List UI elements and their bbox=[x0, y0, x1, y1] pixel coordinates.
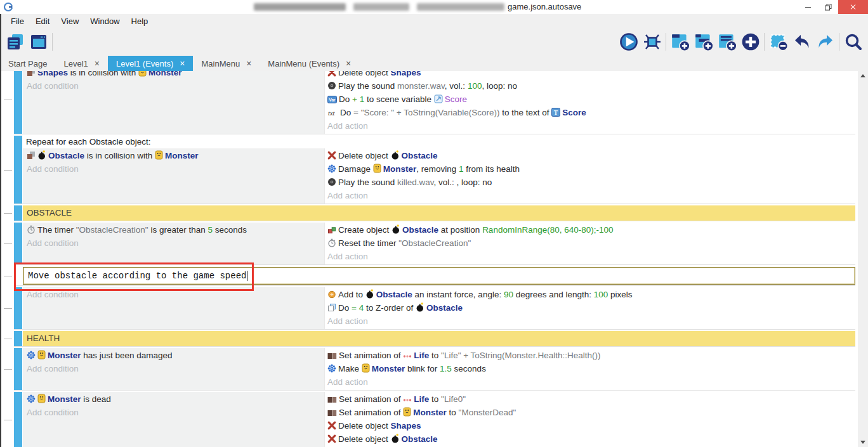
text-segment: to Z-order of bbox=[364, 303, 416, 313]
event-selection-bar[interactable] bbox=[14, 287, 22, 329]
tab-label: Level1 (Events) bbox=[116, 59, 173, 68]
action-line[interactable]: Set animation of Monster to "MonsterDead… bbox=[325, 406, 855, 419]
action-line[interactable]: Delete object Obstacle bbox=[325, 149, 855, 162]
group-title[interactable]: OBSTACLE bbox=[23, 205, 855, 221]
scroll-down-icon[interactable] bbox=[860, 441, 865, 444]
events-sheet: Shapes is in collision with MonsterAdd c… bbox=[0, 71, 868, 447]
condition-line[interactable]: The timer "ObstacleCreation" is greater … bbox=[23, 223, 324, 236]
tab-start-page[interactable]: Start Page bbox=[0, 56, 55, 71]
add-condition-button[interactable]: Add condition bbox=[23, 236, 324, 250]
window-left-border bbox=[0, 14, 1, 447]
tab-level1[interactable]: Level1× bbox=[55, 56, 108, 71]
event-selection-bar[interactable] bbox=[14, 136, 22, 204]
text-segment: , vol.: , loop: bbox=[434, 178, 483, 187]
event-selection-bar[interactable] bbox=[14, 392, 22, 447]
monster-icon bbox=[138, 71, 147, 77]
add-other-event-icon[interactable] bbox=[739, 30, 762, 53]
damage-icon bbox=[27, 394, 36, 403]
redo-icon[interactable] bbox=[813, 30, 837, 53]
repeat-header[interactable]: Repeat for each Obstacle object: bbox=[23, 136, 855, 148]
tab-mainmenu[interactable]: MainMenu× bbox=[193, 56, 260, 71]
scene-window-icon[interactable] bbox=[27, 30, 50, 53]
add-subevent-icon[interactable] bbox=[692, 30, 715, 53]
toolbar-separator bbox=[666, 33, 666, 51]
add-action-button[interactable]: Add action bbox=[325, 375, 855, 389]
add-condition-button[interactable]: Add condition bbox=[23, 288, 324, 301]
action-line[interactable]: Create object Obstacle at position Rando… bbox=[325, 223, 855, 236]
action-line[interactable]: Delete object Obstacle bbox=[325, 432, 855, 446]
text-segment: is in collision with bbox=[68, 71, 138, 77]
event-selection-bar[interactable] bbox=[14, 348, 22, 390]
comment-edit-input[interactable]: Move obstacle according to the game spee… bbox=[23, 267, 855, 285]
action-line[interactable]: Set animation of Life to "Life" + ToStri… bbox=[325, 349, 855, 362]
add-event-icon[interactable] bbox=[668, 30, 692, 53]
vertical-scrollbar[interactable] bbox=[858, 71, 868, 447]
add-condition-button[interactable]: Add condition bbox=[23, 406, 324, 419]
text-segment: Delete object bbox=[338, 434, 391, 444]
tab-mainmenu-events[interactable]: MainMenu (Events)× bbox=[260, 56, 359, 71]
restore-icon[interactable] bbox=[818, 0, 838, 14]
menu-window[interactable]: Window bbox=[84, 16, 125, 26]
action-line[interactable]: Add to Obstacle an instant force, angle:… bbox=[325, 288, 855, 301]
action-line[interactable]: Play the sound killed.wav, vol.: , loop:… bbox=[325, 176, 855, 189]
close-icon[interactable]: × bbox=[180, 58, 185, 68]
event-selection-bar[interactable] bbox=[14, 205, 22, 221]
text-segment: Add condition bbox=[27, 81, 79, 91]
conditions-cell: The timer "ObstacleCreation" is greater … bbox=[23, 223, 325, 264]
undo-icon[interactable] bbox=[790, 30, 813, 53]
action-line[interactable]: Reset the timer "ObstacleCreation" bbox=[325, 236, 855, 250]
add-action-button[interactable]: Add action bbox=[325, 314, 855, 328]
add-condition-button[interactable]: Add condition bbox=[23, 362, 324, 375]
gutter-tick bbox=[4, 213, 12, 214]
text-segment: Monster bbox=[383, 164, 417, 174]
search-icon[interactable] bbox=[841, 30, 865, 53]
menu-edit[interactable]: Edit bbox=[30, 16, 55, 26]
action-line[interactable]: Delete object Shapes bbox=[325, 71, 855, 79]
close-icon[interactable]: × bbox=[95, 58, 100, 68]
add-condition-button[interactable]: Add condition bbox=[23, 79, 324, 93]
text-segment: Monster bbox=[413, 408, 447, 417]
delete-event-icon[interactable] bbox=[766, 30, 790, 53]
action-line[interactable]: Play the sound monster.wav, vol.: 100, l… bbox=[325, 79, 855, 93]
condition-line[interactable]: Monster has just been damaged bbox=[23, 349, 324, 362]
action-line[interactable]: Set animation of Life to "Life0" bbox=[325, 392, 855, 406]
close-icon[interactable] bbox=[838, 0, 868, 14]
condition-line[interactable]: Shapes is in collision with Monster bbox=[23, 71, 324, 79]
debugger-icon[interactable] bbox=[640, 30, 664, 53]
event-selection-bar[interactable] bbox=[14, 223, 22, 264]
text-segment: , removing bbox=[416, 164, 459, 174]
add-comment-icon[interactable] bbox=[715, 30, 739, 53]
tab-level1-events[interactable]: Level1 (Events)× bbox=[108, 56, 194, 71]
action-line[interactable]: Delete object Shapes bbox=[325, 419, 855, 432]
add-action-button[interactable]: Add action bbox=[325, 119, 855, 133]
add-action-button[interactable]: Add action bbox=[325, 189, 855, 202]
menu-help[interactable]: Help bbox=[126, 16, 154, 26]
text-segment: Life bbox=[414, 351, 429, 360]
menu-view[interactable]: View bbox=[55, 16, 84, 26]
text-segment: Score bbox=[445, 94, 467, 104]
action-line[interactable]: Damage Monster, removing 1 from its heal… bbox=[325, 162, 855, 176]
add-action-button[interactable]: Add action bbox=[325, 250, 855, 263]
life-icon bbox=[403, 397, 412, 403]
action-line[interactable]: VarDo + 1 to scene variable Score bbox=[325, 93, 855, 106]
close-icon[interactable]: × bbox=[246, 58, 251, 68]
text-segment: to the text of bbox=[499, 108, 551, 117]
minimize-icon[interactable] bbox=[798, 0, 818, 14]
project-manager-icon[interactable] bbox=[3, 30, 27, 53]
play-scene-icon[interactable] bbox=[617, 30, 640, 53]
text-segment: is dead bbox=[81, 394, 111, 404]
action-line[interactable]: txtDo = "Score: " + ToString(Variable(Sc… bbox=[325, 106, 855, 119]
condition-line[interactable]: Obstacle is in collision with Monster bbox=[23, 149, 324, 162]
add-condition-button[interactable]: Add condition bbox=[23, 162, 324, 176]
actions-cell: Delete object ShapesPlay the sound monst… bbox=[325, 71, 855, 134]
action-line[interactable]: Do = 4 to Z-order of Obstacle bbox=[325, 301, 855, 314]
event-selection-bar[interactable] bbox=[14, 331, 22, 346]
event-selection-bar[interactable] bbox=[14, 71, 22, 134]
menu-file[interactable]: File bbox=[5, 16, 30, 26]
window-title: game.json.autosave bbox=[508, 2, 581, 11]
condition-line[interactable]: Monster is dead bbox=[23, 392, 324, 406]
close-icon[interactable]: × bbox=[346, 58, 351, 68]
action-line[interactable]: Make Monster blink for 1.5 seconds bbox=[325, 362, 855, 375]
scroll-up-icon[interactable] bbox=[860, 74, 865, 77]
group-title[interactable]: HEALTH bbox=[23, 331, 855, 346]
